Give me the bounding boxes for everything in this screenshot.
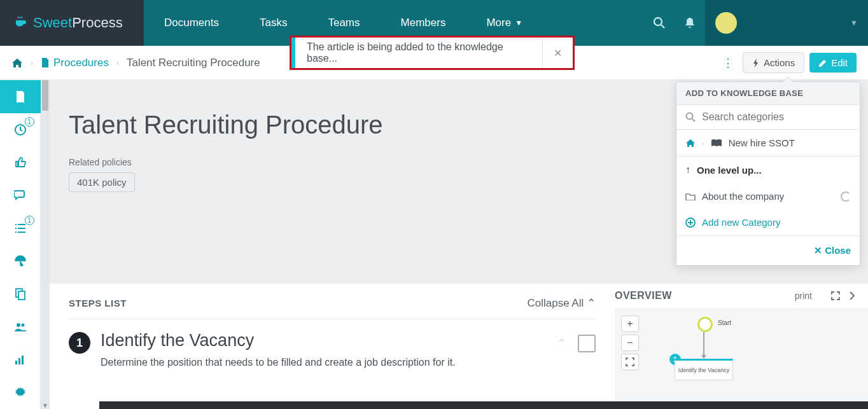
steps-header: STEPS LIST Collapse All ⌃	[69, 296, 596, 319]
svg-point-11	[687, 113, 693, 120]
bolt-icon	[752, 59, 760, 67]
nav-documents[interactable]: Documents	[144, 0, 239, 46]
chevron-down-icon: ▼	[515, 18, 522, 27]
home-icon[interactable]	[11, 58, 23, 68]
overview-header: OVERVIEW print	[615, 284, 868, 305]
actions-button[interactable]: Actions	[743, 52, 804, 73]
chevron-right-icon[interactable]	[849, 291, 855, 300]
scroll-down-icon[interactable]: ▼	[41, 402, 50, 409]
bottom-strip	[99, 401, 868, 409]
crumb-sep: ›	[702, 139, 704, 147]
sidebar-umbrella-icon[interactable]	[0, 245, 41, 278]
user-menu[interactable]: ▼	[705, 0, 868, 46]
sidebar-list-icon[interactable]: 1	[0, 212, 41, 245]
svg-rect-4	[18, 291, 25, 300]
sidebar-clock-icon[interactable]: 1	[0, 113, 41, 146]
crumb-sep: ›	[116, 59, 119, 67]
sidebar-copy-icon[interactable]	[0, 277, 41, 310]
steps-list: STEPS LIST Collapse All ⌃ 1 Identify the…	[50, 284, 615, 368]
top-right: ▼	[644, 0, 868, 46]
folder-icon	[685, 193, 696, 200]
collapse-all[interactable]: Collapse All ⌃	[527, 296, 596, 310]
expand-icon[interactable]	[831, 291, 840, 300]
overview-panel: OVERVIEW print + − Start 1 Identify the …	[615, 284, 868, 409]
cup-icon	[14, 17, 29, 29]
zoom-controls: + −	[621, 315, 639, 370]
svg-point-6	[21, 323, 24, 326]
bell-icon[interactable]	[675, 0, 705, 46]
arrow-up-icon: ↑	[685, 164, 690, 176]
zoom-fit-button[interactable]	[621, 354, 639, 370]
chevron-down-icon: ▼	[850, 18, 858, 27]
kb-header: ADD TO KNOWLEDGE BASE	[676, 82, 860, 105]
logo[interactable]: SweetProcess	[0, 0, 144, 46]
svg-point-0	[654, 18, 662, 25]
scroll-thumb[interactable]	[42, 80, 48, 111]
svg-line-12	[692, 119, 695, 121]
flow-step-box[interactable]: Identify the Vacancy	[675, 359, 733, 380]
plus-circle-icon	[685, 218, 696, 228]
flow-start-node	[697, 317, 713, 332]
kb-category[interactable]: About the company	[676, 183, 860, 209]
zoom-out-button[interactable]: −	[621, 335, 639, 351]
edit-button[interactable]: Edit	[809, 53, 857, 73]
search-icon	[685, 112, 696, 122]
kb-name[interactable]: New hire SSOT	[729, 137, 795, 148]
toast-message: The article is being added to the knowle…	[295, 38, 542, 68]
sidebar: 1 1	[0, 80, 41, 409]
kb-up-level[interactable]: ↑ One level up...	[676, 156, 860, 183]
policy-tag[interactable]: 401K policy	[69, 172, 135, 192]
step-row: 1 Identify the Vacancy Determine the pos…	[69, 331, 596, 368]
flow-arrow	[703, 332, 704, 356]
sidebar-stats-icon[interactable]	[0, 343, 41, 377]
step-content: Identify the Vacancy Determine the posit…	[101, 331, 547, 368]
book-icon	[711, 139, 722, 148]
badge: 1	[25, 117, 34, 127]
steps-title: STEPS LIST	[69, 298, 127, 308]
collapse-step-icon[interactable]: ⌃	[557, 336, 566, 350]
step-row-icons: ⌃	[557, 335, 596, 352]
loading-spinner-icon	[841, 191, 851, 202]
kb-close-button[interactable]: ✕ Close	[814, 245, 851, 256]
pencil-icon	[818, 59, 827, 67]
kebab-icon[interactable]: ⋮	[718, 52, 738, 74]
badge: 1	[25, 216, 34, 225]
sidebar-thumbs-up-icon[interactable]	[0, 146, 41, 179]
search-icon[interactable]	[644, 0, 675, 46]
kb-search-input[interactable]	[702, 111, 851, 123]
overview-canvas: + − Start 1 Identify the Vacancy	[615, 308, 868, 409]
kb-add-category[interactable]: Add new Category	[676, 209, 860, 235]
zoom-in-button[interactable]: +	[621, 315, 639, 332]
sidebar-chat-icon[interactable]	[0, 179, 41, 212]
home-icon[interactable]	[685, 139, 696, 148]
step-title: Identify the Vacancy	[101, 331, 547, 350]
step-description: Determine the position that needs to be …	[101, 357, 547, 368]
crumb-current: Talent Recruiting Procedure	[127, 57, 260, 69]
crumb-actions: ⋮ Actions Edit	[718, 52, 857, 74]
chevron-up-icon: ⌃	[587, 297, 596, 309]
step-number: 1	[69, 332, 90, 354]
overview-title: OVERVIEW	[615, 290, 672, 302]
kb-search	[676, 105, 860, 130]
sidebar-document-icon[interactable]	[0, 80, 41, 113]
brand-text: SweetProcess	[33, 15, 123, 31]
sidebar-gear-icon[interactable]	[0, 376, 41, 409]
toast-close-icon[interactable]: ✕	[542, 38, 573, 68]
step-checkbox[interactable]	[578, 335, 596, 352]
svg-point-5	[17, 323, 20, 327]
flow-start-label: Start	[718, 319, 731, 326]
toast-notification: The article is being added to the knowle…	[290, 36, 575, 70]
svg-rect-9	[22, 356, 24, 364]
svg-rect-8	[18, 358, 20, 364]
print-button[interactable]: print	[795, 291, 812, 301]
sidebar-people-icon[interactable]	[0, 310, 41, 343]
close-icon: ✕	[814, 245, 822, 256]
crumb-sep: ›	[31, 59, 33, 67]
avatar	[715, 12, 737, 34]
flowchart: Start 1 Identify the Vacancy	[697, 317, 713, 332]
kb-breadcrumb: › New hire SSOT	[676, 130, 860, 156]
crumb-procedures[interactable]: Procedures	[53, 57, 109, 69]
file-icon	[41, 58, 50, 68]
kb-popover: ADD TO KNOWLEDGE BASE › New hire SSOT ↑ …	[676, 81, 860, 266]
scrollbar[interactable]: ▲ ▼	[41, 80, 50, 409]
